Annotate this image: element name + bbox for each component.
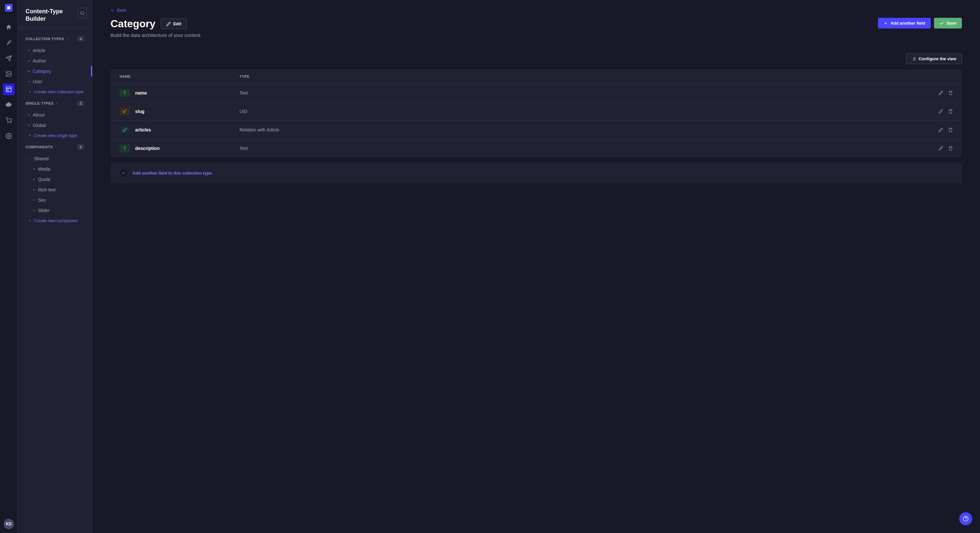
plus-icon xyxy=(28,134,32,137)
nav-settings[interactable] xyxy=(3,130,14,142)
count-badge-collection: 4 xyxy=(77,36,84,41)
table-row: description Text xyxy=(110,139,962,157)
create-link-label: Create new component xyxy=(34,218,78,223)
field-name: name xyxy=(135,90,147,95)
field-type: Text xyxy=(240,90,927,95)
page-subtitle: Build the data architecture of your cont… xyxy=(110,32,962,38)
back-link[interactable]: Back xyxy=(110,8,126,13)
svg-point-2 xyxy=(8,73,8,73)
sidebar-item-label: Author xyxy=(33,58,46,63)
add-field-button-label: Add another field xyxy=(891,21,925,25)
nav-marketplace[interactable] xyxy=(3,115,14,126)
list-icon xyxy=(912,57,916,61)
search-button[interactable] xyxy=(78,8,87,18)
pencil-icon xyxy=(939,146,943,151)
sidebar-item-label: Slider xyxy=(38,208,49,213)
cloud-icon xyxy=(5,102,12,108)
nav-plugins[interactable] xyxy=(3,99,14,111)
sidebar-item-slider[interactable]: Slider xyxy=(18,205,92,216)
sidebar-panel: Content-Type Builder COLLECTION TYPES 4 … xyxy=(18,0,92,533)
image-icon xyxy=(5,71,12,77)
sidebar-item-about[interactable]: About xyxy=(18,110,92,120)
nav-rail: KD xyxy=(0,0,18,533)
sidebar-item-label: Global xyxy=(33,123,46,128)
chevron-down-icon xyxy=(28,157,31,160)
sidebar-item-article[interactable]: Article xyxy=(18,45,92,56)
field-type-icon xyxy=(119,144,130,152)
bullet-icon xyxy=(28,50,30,51)
chevron-down-icon xyxy=(56,102,58,105)
check-icon xyxy=(940,21,944,25)
sidebar-item-quote[interactable]: Quote xyxy=(18,174,92,185)
field-name: articles xyxy=(135,127,151,132)
sidebar-item-user[interactable]: User xyxy=(18,76,92,87)
add-field-row[interactable]: + Add another field to this collection t… xyxy=(110,163,962,183)
column-header-name: NAME xyxy=(119,75,240,78)
edit-field-button[interactable] xyxy=(939,109,943,114)
bullet-icon xyxy=(33,168,35,170)
sidebar-item-label: Quote xyxy=(38,177,50,182)
logo-icon xyxy=(6,5,11,10)
pencil-icon xyxy=(939,128,943,132)
delete-field-button[interactable] xyxy=(948,109,953,114)
gear-icon xyxy=(5,133,12,139)
user-avatar[interactable]: KD xyxy=(3,519,14,529)
field-type-icon xyxy=(119,126,130,134)
nav-content[interactable] xyxy=(3,37,14,49)
plus-icon xyxy=(28,90,32,93)
search-icon xyxy=(80,11,84,15)
bullet-icon xyxy=(28,71,30,72)
field-type-icon xyxy=(119,89,130,97)
create-component[interactable]: Create new component xyxy=(18,216,92,226)
delete-field-button[interactable] xyxy=(948,128,953,132)
edit-field-button[interactable] xyxy=(939,146,943,151)
sidebar-item-category[interactable]: Category xyxy=(18,66,92,76)
help-fab[interactable] xyxy=(959,512,972,525)
sidebar-item-seo[interactable]: Seo xyxy=(18,195,92,205)
svg-point-5 xyxy=(11,123,11,124)
bullet-icon xyxy=(33,189,35,190)
sidebar-item-rich-text[interactable]: Rich text xyxy=(18,185,92,195)
svg-rect-0 xyxy=(7,6,10,9)
pencil-icon xyxy=(939,109,943,114)
bullet-icon xyxy=(28,81,30,82)
cart-icon xyxy=(5,117,12,124)
sidebar-title: Content-Type Builder xyxy=(25,8,78,23)
fields-table: NAME TYPE name Text slug UID articles Re xyxy=(110,69,962,157)
edit-button[interactable]: Edit xyxy=(161,19,187,29)
field-name: slug xyxy=(135,109,145,114)
app-logo[interactable] xyxy=(5,4,13,12)
create-collection-type[interactable]: Create new collection type xyxy=(18,87,92,97)
configure-view-button[interactable]: Configure the view xyxy=(906,54,962,64)
nav-publish[interactable] xyxy=(3,52,14,64)
sidebar-item-author[interactable]: Author xyxy=(18,56,92,66)
sidebar-item-media[interactable]: Media xyxy=(18,164,92,174)
section-components[interactable]: COMPONENTS 5 xyxy=(18,142,92,152)
sidebar-item-label: About xyxy=(33,113,45,117)
nav-content-type-builder[interactable] xyxy=(3,84,14,95)
save-button[interactable]: Save xyxy=(934,18,962,29)
sidebar-item-global[interactable]: Global xyxy=(18,120,92,130)
delete-field-button[interactable] xyxy=(948,146,953,151)
nav-media[interactable] xyxy=(3,68,14,80)
delete-field-button[interactable] xyxy=(948,90,953,95)
svg-point-4 xyxy=(8,123,8,124)
edit-field-button[interactable] xyxy=(939,128,943,132)
edit-field-button[interactable] xyxy=(939,90,943,95)
chevron-down-icon xyxy=(66,38,69,40)
trash-icon xyxy=(948,109,953,114)
create-single-type[interactable]: Create new single type xyxy=(18,130,92,141)
component-group-shared[interactable]: Shared xyxy=(18,154,92,164)
svg-rect-3 xyxy=(6,87,11,92)
section-label-collection: COLLECTION TYPES xyxy=(25,37,64,41)
pencil-icon xyxy=(939,90,943,95)
nav-home[interactable] xyxy=(3,21,14,33)
plus-icon xyxy=(883,21,888,25)
bullet-icon xyxy=(28,114,30,116)
section-single-types[interactable]: SINGLE TYPES 2 xyxy=(18,98,92,108)
sidebar-item-label: Rich text xyxy=(38,187,56,192)
bullet-icon xyxy=(28,125,30,126)
back-label: Back xyxy=(117,8,126,13)
add-field-button[interactable]: Add another field xyxy=(878,18,931,29)
section-collection-types[interactable]: COLLECTION TYPES 4 xyxy=(18,34,92,44)
